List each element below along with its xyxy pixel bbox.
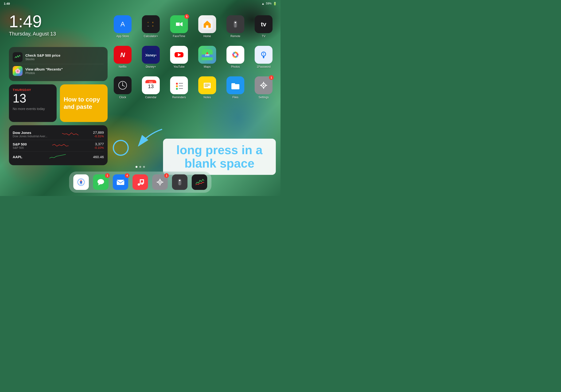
app-icon-netflix[interactable]: N Netflix: [110, 46, 136, 74]
stocks2-dock-icon: [192, 174, 207, 190]
notes-icon: [198, 76, 216, 94]
app-icon-calendar[interactable]: THU 13 Calendar: [138, 76, 164, 105]
dock-app-mail[interactable]: 4: [113, 174, 128, 190]
svg-rect-59: [179, 86, 183, 86]
stock-row-aapl[interactable]: AAPL 460.46: [13, 152, 104, 162]
svg-point-91: [141, 182, 143, 185]
svg-rect-29: [202, 57, 213, 60]
stock-dow-values: 27,889 -0.31%: [93, 131, 104, 138]
dock-app-safari[interactable]: [73, 174, 89, 190]
stock-dow-change: -0.31%: [93, 134, 104, 138]
svg-rect-73: [263, 87, 264, 89]
svg-point-39: [234, 53, 237, 56]
app-icon-photos[interactable]: Photos: [223, 46, 248, 74]
siri-item-photos[interactable]: 🌸 View album "Recents" Photos: [13, 64, 104, 78]
files-label: Files: [232, 96, 238, 99]
app-icon-tv[interactable]: tv TV: [251, 15, 277, 44]
clock-date: Thursday, August 13: [9, 31, 56, 37]
app-icon-notes[interactable]: Notes: [194, 76, 220, 105]
netflix-label: Netflix: [119, 65, 126, 68]
youtube-label: YouTube: [173, 65, 184, 68]
svg-rect-2: [145, 19, 156, 30]
siri-item-stocks[interactable]: Check S&P 500 price Stocks: [13, 50, 104, 64]
remote-icon: [227, 15, 244, 33]
dock-app-messages[interactable]: 1: [93, 174, 108, 190]
page-dot-3[interactable]: [143, 166, 145, 168]
svg-rect-88: [117, 180, 124, 185]
notes-label: Notes: [204, 96, 211, 99]
app-icon-facetime[interactable]: 5 FaceTime: [166, 15, 192, 44]
app-icon-youtube[interactable]: YouTube: [166, 46, 192, 74]
stock-sp500-chart: [52, 142, 69, 149]
remote-label: Remote: [230, 34, 240, 38]
app-icon-app-store[interactable]: A App Store: [110, 15, 136, 44]
stock-dow-price: 27,889: [93, 131, 104, 134]
dock-app-music[interactable]: [132, 174, 148, 190]
safari-dock-icon: [73, 174, 89, 190]
siri-stocks-sub: Stocks: [25, 57, 60, 61]
siri-stocks-text: Check S&P 500 price Stocks: [25, 53, 60, 61]
files-icon: [227, 76, 244, 94]
page-dots: [136, 166, 145, 168]
note-widget[interactable]: How to copy and paste: [60, 84, 108, 122]
page-dot-2[interactable]: [139, 166, 141, 168]
svg-rect-94: [140, 179, 144, 180]
svg-marker-8: [176, 22, 180, 26]
disney-icon: Disney+: [142, 46, 160, 64]
svg-rect-68: [231, 83, 235, 85]
dock: 1 4: [69, 172, 211, 193]
disney-label: Disney+: [146, 65, 156, 68]
mail-badge: 4: [125, 173, 129, 178]
svg-rect-60: [179, 88, 183, 89]
stock-sp500-values: 3,377 -0.10%: [94, 142, 104, 150]
dock-app-remote2[interactable]: [172, 174, 187, 190]
app-icon-remote[interactable]: Remote: [223, 15, 248, 44]
annotation-text-box: long press in a blank space: [163, 139, 276, 175]
svg-text:A: A: [120, 21, 125, 28]
dock-app-stocks2[interactable]: [192, 174, 207, 190]
app-icon-files[interactable]: Files: [223, 76, 248, 105]
stock-aapl-name: AAPL: [13, 155, 22, 159]
calendar-widget[interactable]: THURSDAY 13 No more events today: [9, 84, 57, 122]
app-icon-maps[interactable]: 280 Maps: [194, 46, 220, 74]
dock-app-settings2[interactable]: 1: [152, 174, 168, 190]
settings-label: Settings: [259, 96, 269, 99]
stocks-widget[interactable]: Dow Jones Dow Jones Industrial Aver... 2…: [9, 125, 108, 165]
settings-icon: 1: [255, 76, 272, 94]
app-icon-reminders[interactable]: Reminders: [166, 76, 192, 105]
stock-sp500-full: S&P 500: [13, 146, 27, 150]
datetime-display: 1:49 Thursday, August 13: [9, 13, 56, 37]
calendar-icon: THU 13: [142, 76, 160, 94]
svg-rect-54: [174, 80, 184, 91]
calculator-label: Calculator+: [143, 34, 158, 38]
svg-point-90: [138, 183, 140, 186]
page-dot-1[interactable]: [136, 166, 137, 168]
stock-row-sp500[interactable]: S&P 500 S&P 500 3,377 -0.10%: [13, 140, 104, 152]
svg-text:THU: THU: [149, 81, 153, 83]
svg-point-16: [235, 24, 236, 25]
music-dock-icon: [132, 174, 148, 190]
app-icon-calculator[interactable]: ÷ × − + Calculator+: [138, 15, 164, 44]
calendar-day-label: THURSDAY: [13, 88, 53, 92]
stocks-app-icon: [13, 52, 22, 62]
facetime-label: FaceTime: [173, 34, 185, 38]
svg-rect-98: [160, 179, 161, 180]
app-icon-disney[interactable]: Disney+ Disney+: [138, 46, 164, 74]
siri-suggestions-widget[interactable]: Check S&P 500 price Stocks 🌸 View album …: [9, 47, 108, 81]
stock-aapl-chart: [49, 153, 66, 160]
svg-rect-75: [265, 85, 267, 86]
svg-point-97: [159, 181, 161, 183]
app-icon-settings[interactable]: 1 Settings: [251, 76, 277, 105]
widgets-area: Check S&P 500 price Stocks 🌸 View album …: [9, 47, 108, 165]
clock-label: Clock: [119, 96, 126, 99]
app-icon-1password[interactable]: 1 1Password: [251, 46, 277, 74]
app-icon-clock[interactable]: Clock: [110, 76, 136, 105]
photos-label: Photos: [231, 65, 240, 68]
svg-rect-100: [157, 182, 158, 183]
siri-photos-text: View album "Recents" Photos: [25, 67, 63, 75]
svg-text:tv: tv: [261, 21, 266, 28]
stock-row-dow[interactable]: Dow Jones Dow Jones Industrial Aver... 2…: [13, 129, 104, 140]
app-icon-home[interactable]: Home: [194, 15, 220, 44]
svg-point-71: [263, 85, 264, 86]
stock-sp500-info: S&P 500 S&P 500: [13, 142, 27, 150]
